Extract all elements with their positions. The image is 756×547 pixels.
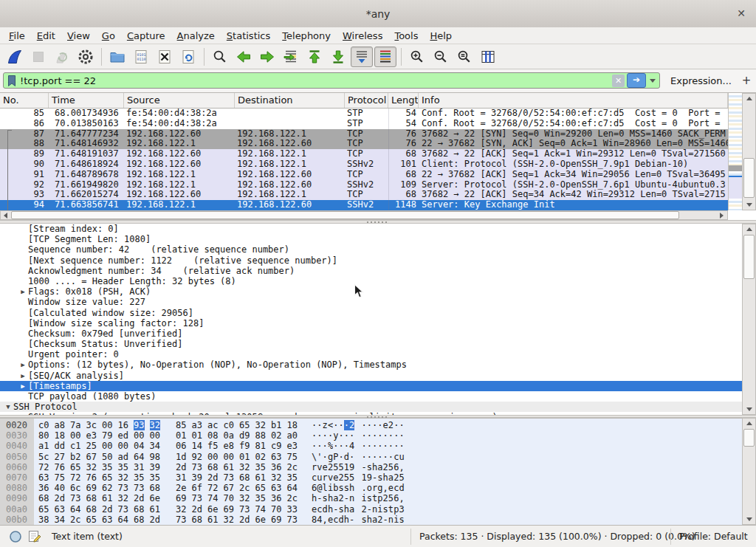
hex-byte[interactable]: 74 [207, 493, 219, 503]
column-header-length[interactable]: Length [388, 93, 419, 108]
go-back-button[interactable] [233, 47, 255, 67]
hex-byte[interactable]: f9 [239, 441, 250, 451]
ascii-char[interactable]: . [361, 483, 366, 493]
hex-byte[interactable]: 85 [176, 420, 187, 430]
ascii-char[interactable]: · [312, 420, 317, 430]
detail-line-5[interactable]: 1000 .... = Header Length: 32 bytes (8) [0, 276, 742, 286]
ascii-char[interactable]: e [312, 504, 317, 515]
ascii-char[interactable]: u [399, 452, 404, 462]
hex-byte[interactable]: 32 [224, 515, 235, 525]
hex-byte[interactable]: 72 [38, 462, 49, 472]
ascii-char[interactable]: s [338, 504, 343, 515]
hex-byte[interactable]: 32 [86, 462, 97, 472]
ascii-char[interactable]: s [338, 483, 343, 493]
hex-byte[interactable]: 32 [271, 472, 282, 483]
menu-analyze[interactable]: Analyze [171, 29, 221, 43]
ascii-char[interactable]: 5 [388, 462, 394, 472]
open-file-button[interactable] [106, 47, 128, 67]
ascii-char[interactable]: n [388, 515, 394, 525]
menu-go[interactable]: Go [96, 29, 121, 43]
hex-byte[interactable]: 00 [118, 441, 129, 451]
hex-byte[interactable]: e8 [224, 441, 235, 451]
detail-line-16[interactable]: TCP payload (1080 bytes) [0, 391, 742, 402]
ascii-char[interactable]: 5 [388, 493, 394, 503]
ascii-char[interactable]: · [333, 420, 338, 430]
ascii-char[interactable]: a [388, 472, 394, 483]
ascii-char[interactable]: l [323, 483, 328, 493]
ascii-char[interactable]: e [328, 515, 333, 525]
hex-byte[interactable]: d9 [239, 430, 250, 441]
chevron-right-icon[interactable]: ▶ [18, 371, 28, 381]
hex-byte[interactable]: 2e [176, 483, 187, 493]
ascii-char[interactable]: s [367, 462, 372, 472]
ascii-char[interactable]: 5 [333, 462, 338, 472]
ascii-char[interactable]: 1 [344, 462, 349, 472]
menu-file[interactable]: File [3, 29, 31, 43]
hex-byte[interactable]: 36 [38, 483, 49, 493]
hex-byte[interactable]: 64 [287, 483, 298, 493]
hex-byte[interactable]: a1 [38, 441, 49, 451]
ascii-char[interactable]: · [367, 430, 372, 441]
hex-byte[interactable]: c1 [70, 441, 81, 451]
hex-byte[interactable]: 69 [271, 515, 282, 525]
capture-options-button[interactable] [75, 47, 97, 67]
ascii-char[interactable]: r [372, 483, 377, 493]
ascii-char[interactable]: · [383, 430, 388, 441]
find-packet-button[interactable] [209, 47, 231, 67]
hex-row-0090[interactable]: 0090682d736861322d6e697374703235362ch-sh… [0, 493, 742, 503]
scroll-left-button[interactable] [1, 211, 10, 219]
details-vscroll-thumb[interactable] [743, 235, 755, 279]
ascii-char[interactable]: h [367, 515, 372, 525]
ascii-char[interactable]: n [372, 504, 377, 515]
ascii-char[interactable]: · [394, 430, 399, 441]
detail-line-9[interactable]: [Window size scaling factor: 128] [0, 318, 742, 328]
ascii-char[interactable]: d [344, 452, 349, 462]
hex-byte[interactable]: e3 [86, 430, 97, 441]
hex-row-0080[interactable]: 008036406c69627373682e6f72672c6563646@li… [0, 483, 742, 493]
hex-byte[interactable]: c0 [224, 420, 235, 430]
ascii-char[interactable]: p [394, 504, 399, 515]
ascii-char[interactable]: P [333, 452, 338, 462]
ascii-char[interactable]: 3 [399, 504, 404, 515]
ascii-char[interactable]: % [328, 441, 333, 451]
hex-byte[interactable]: 67 [86, 452, 97, 462]
hex-byte[interactable]: 68 [207, 462, 219, 472]
ascii-char[interactable]: · [394, 441, 399, 451]
hex-byte[interactable]: 36 [271, 462, 282, 472]
ascii-char[interactable]: · [377, 452, 382, 462]
hex-byte[interactable]: dd [55, 441, 66, 451]
hex-byte[interactable]: 35 [134, 472, 145, 483]
hex-byte[interactable]: 68 [38, 493, 49, 503]
hex-byte[interactable]: 75 [287, 452, 298, 462]
hex-byte[interactable]: 68 [86, 504, 97, 515]
hex-byte[interactable]: 3c [86, 420, 97, 430]
hex-byte[interactable]: 39 [192, 472, 203, 483]
hex-byte[interactable]: 14 [192, 441, 203, 451]
hex-byte[interactable]: 01 [239, 452, 250, 462]
ascii-char[interactable]: v [328, 472, 333, 483]
save-file-button[interactable]: 01010110 [130, 47, 152, 67]
hex-byte[interactable]: 69 [176, 493, 187, 503]
packet-list-vscroll-thumb[interactable] [743, 158, 755, 198]
ascii-char[interactable]: · [399, 430, 404, 441]
hex-byte[interactable]: c9 [271, 441, 282, 451]
ascii-char[interactable]: · [317, 441, 322, 451]
hex-byte[interactable]: 76 [55, 462, 66, 472]
hex-byte[interactable]: ed [118, 430, 129, 441]
detail-line-17[interactable]: ▼SSH Protocol [0, 402, 742, 412]
hex-byte[interactable]: 32 [118, 472, 129, 483]
ascii-char[interactable]: · [388, 452, 394, 462]
expression-button[interactable]: Expression... [670, 75, 732, 86]
auto-scroll-button[interactable] [351, 47, 373, 67]
hex-byte[interactable]: 65 [102, 472, 113, 483]
detail-line-0[interactable]: [Stream index: 0] [0, 224, 742, 234]
ascii-char[interactable]: 2 [338, 493, 343, 503]
hex-byte[interactable]: 2c [70, 515, 81, 525]
ascii-char[interactable]: c [394, 483, 399, 493]
hex-byte[interactable]: 62 [102, 483, 113, 493]
ascii-char[interactable]: a [372, 515, 377, 525]
clear-filter-icon[interactable]: ✕ [612, 75, 625, 87]
ascii-char[interactable]: ' [317, 452, 322, 462]
ascii-char[interactable]: · [399, 420, 404, 430]
ascii-char[interactable]: 2 [383, 493, 388, 503]
